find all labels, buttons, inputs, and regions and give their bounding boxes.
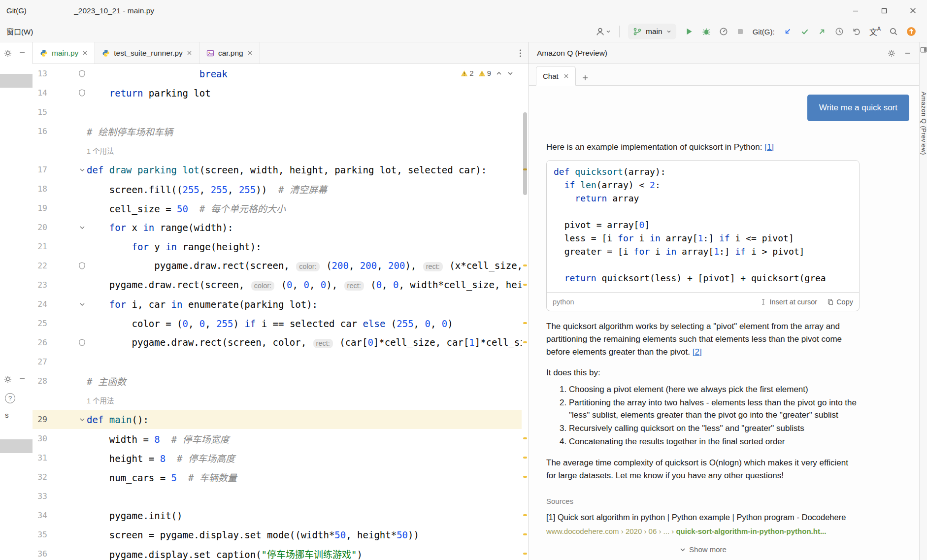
editor-line[interactable]: 23 pygame.draw.rect(screen, color: (0, 0… xyxy=(33,275,529,295)
code-line-text[interactable]: pygame.draw.rect(screen, color: (0, 0, 0… xyxy=(87,279,529,291)
profiler-button[interactable] xyxy=(719,27,728,36)
code-line[interactable]: greater = [i for i in array[1:] if i > p… xyxy=(554,246,852,260)
tab-chat[interactable]: Chat xyxy=(536,66,576,86)
editor-tab[interactable]: test_suite_runner.py xyxy=(95,42,199,64)
code-line-text[interactable]: # 主函数 xyxy=(87,374,529,388)
usages-hint[interactable]: 1 个用法 xyxy=(87,145,114,156)
insert-at-cursor-button[interactable]: Insert at cursor xyxy=(760,298,817,306)
editor-line[interactable]: 34 pygame.init() xyxy=(33,506,529,525)
fold-icon[interactable] xyxy=(47,167,87,173)
hide-panel-icon[interactable] xyxy=(19,49,26,56)
code-line-text[interactable]: # 绘制停车场和车辆 xyxy=(87,125,529,138)
code-line-text[interactable]: screen = pygame.display.set_mode((width*… xyxy=(87,529,529,540)
code-line[interactable]: pivot = array[0] xyxy=(554,220,852,233)
line-number[interactable]: 27 xyxy=(33,357,47,366)
editor-scrollbar[interactable] xyxy=(523,112,527,195)
editor-line[interactable]: 27 xyxy=(33,352,529,371)
line-number[interactable]: 31 xyxy=(33,453,47,462)
previous-problem-icon[interactable] xyxy=(496,70,502,77)
warning-stripe-mark[interactable] xyxy=(523,533,527,535)
shield-icon[interactable] xyxy=(47,262,87,269)
code-line[interactable]: return quicksort(less) + [pivot] + quick… xyxy=(554,273,852,286)
code-line-text[interactable]: return parking_lot xyxy=(87,88,529,99)
code-line-text[interactable]: for y in range(height): xyxy=(87,241,529,252)
usages-hint[interactable]: 1 个用法 xyxy=(87,395,114,405)
code-line-text[interactable]: cell_size = 50 # 每个单元格的大小 xyxy=(87,201,529,215)
branch-selector[interactable]: main xyxy=(628,24,676,39)
next-problem-icon[interactable] xyxy=(507,70,514,77)
editor-line[interactable]: 14 return parking_lot xyxy=(33,83,529,102)
git-update-button[interactable] xyxy=(783,27,792,36)
warning-stripe-mark[interactable] xyxy=(523,264,527,266)
editor-line[interactable]: 19 cell_size = 50 # 每个单元格的大小 xyxy=(33,198,529,218)
code-line[interactable]: return array xyxy=(554,193,852,206)
editor-line[interactable]: 35 screen = pygame.display.set_mode((wid… xyxy=(33,525,529,544)
line-number[interactable]: 14 xyxy=(33,88,47,98)
line-number[interactable]: 30 xyxy=(33,434,47,443)
close-icon[interactable] xyxy=(563,73,569,79)
rollback-button[interactable] xyxy=(852,27,861,36)
window-minimize-button[interactable] xyxy=(841,0,870,21)
editor-line[interactable]: 29def main(): xyxy=(33,410,529,429)
source-url[interactable]: www.docodehere.com › 2020 › 06 › ... › q… xyxy=(546,527,860,535)
code-line-text[interactable]: pygame.display.set_caption("停车场挪车训练游戏") xyxy=(87,547,529,560)
git-push-button[interactable] xyxy=(818,27,827,36)
fold-icon[interactable] xyxy=(47,225,87,231)
code-editor[interactable]: 2 9 13 break14 return parking_lot1516# 绘… xyxy=(33,64,529,560)
editor-line[interactable]: 32 num_cars = 5 # 车辆数量 xyxy=(33,467,529,487)
line-number[interactable]: 28 xyxy=(33,376,47,386)
new-tab-icon[interactable] xyxy=(582,74,589,81)
warning-stripe-mark[interactable] xyxy=(523,341,527,343)
quick-sort-prompt-button[interactable]: Write me a quick sort xyxy=(807,95,909,121)
close-tab-icon[interactable] xyxy=(247,50,253,56)
git-menu-label[interactable]: Git(G): xyxy=(753,28,775,36)
code-line-text[interactable]: def draw_parking_lot(screen, width, heig… xyxy=(87,165,529,175)
code-line-text[interactable]: pygame.init() xyxy=(87,510,529,521)
line-number[interactable]: 17 xyxy=(33,165,47,174)
editor-line[interactable]: 15 xyxy=(33,102,529,122)
code-line[interactable] xyxy=(554,206,852,220)
settings-icon[interactable] xyxy=(4,49,12,57)
user-account-button[interactable] xyxy=(596,27,611,36)
line-number[interactable]: 20 xyxy=(33,223,47,232)
editor-line[interactable]: 25 color = (0, 0, 255) if i == selected_… xyxy=(33,314,529,333)
window-maximize-button[interactable] xyxy=(870,0,898,21)
code-line-text[interactable]: num_cars = 5 # 车辆数量 xyxy=(87,470,529,484)
gear-icon[interactable] xyxy=(888,49,895,57)
code-line-text[interactable]: def main(): xyxy=(87,414,529,425)
editor-line[interactable]: 33 xyxy=(33,487,529,506)
editor-line[interactable]: 28# 主函数 xyxy=(33,371,529,391)
run-button[interactable] xyxy=(685,27,694,36)
line-number[interactable]: 25 xyxy=(33,319,47,328)
code-line-text[interactable]: width = 8 # 停车场宽度 xyxy=(87,432,529,445)
ide-update-button[interactable] xyxy=(906,27,916,36)
tab-options-kebab-icon[interactable] xyxy=(512,42,529,64)
warning-stripe-mark[interactable] xyxy=(523,476,527,478)
line-number[interactable]: 29 xyxy=(33,415,47,424)
warning-stripe-mark[interactable] xyxy=(523,284,527,286)
help-icon[interactable]: ? xyxy=(5,393,15,403)
code-line-text[interactable]: color = (0, 0, 255) if i == selected_car… xyxy=(87,318,529,329)
amazonq-tool-icon[interactable] xyxy=(920,46,927,53)
code-line[interactable] xyxy=(554,260,852,273)
citation-link-1[interactable]: [1] xyxy=(764,142,774,152)
code-line-text[interactable]: for i, car in enumerate(parking_lot): xyxy=(87,299,529,310)
code-line[interactable]: def quicksort(array): xyxy=(554,166,852,180)
editor-line[interactable]: 31 height = 8 # 停车场高度 xyxy=(33,448,529,467)
code-line-text[interactable]: height = 8 # 停车场高度 xyxy=(87,451,529,464)
editor-line[interactable]: 20 for x in range(width): xyxy=(33,218,529,237)
line-number[interactable]: 19 xyxy=(33,203,47,213)
line-number[interactable]: 34 xyxy=(33,511,47,520)
warnings-indicator[interactable]: 2 xyxy=(461,69,473,77)
line-number[interactable]: 24 xyxy=(33,299,47,309)
line-number[interactable]: 21 xyxy=(33,242,47,251)
line-number[interactable]: 18 xyxy=(33,184,47,194)
menu-item[interactable]: 窗口(W) xyxy=(0,21,39,42)
translate-button[interactable]: 文A xyxy=(869,26,881,37)
settings-icon[interactable] xyxy=(4,375,12,383)
code-line[interactable]: if len(array) < 2: xyxy=(554,180,852,193)
editor-tab[interactable]: car.png xyxy=(199,42,260,64)
editor-line[interactable]: 26 pygame.draw.rect(screen, color, rect:… xyxy=(33,333,529,352)
editor-line[interactable]: 13 break xyxy=(33,64,529,83)
close-tab-icon[interactable] xyxy=(187,50,192,56)
